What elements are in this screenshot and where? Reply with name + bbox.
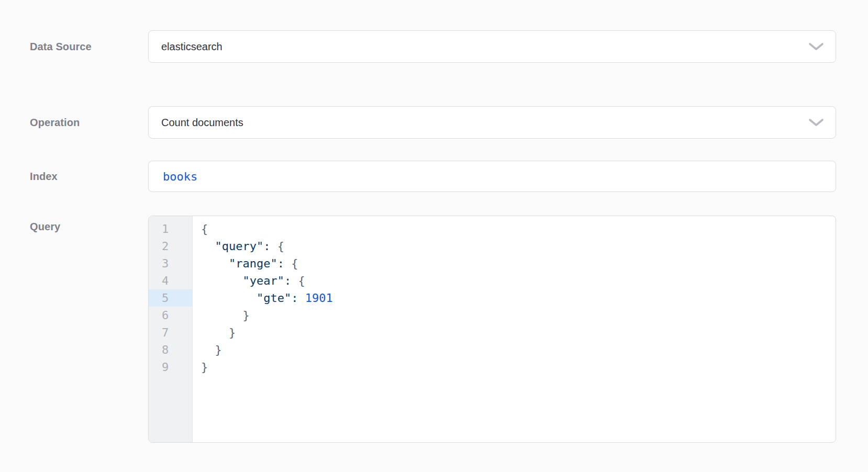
data-source-value: elasticsearch	[161, 41, 222, 53]
operation-row: Operation Count documents	[30, 106, 868, 139]
operation-select[interactable]: Count documents	[148, 106, 836, 139]
operation-label: Operation	[30, 117, 148, 129]
index-row: Index books	[30, 161, 868, 192]
line-number: 5	[149, 289, 192, 307]
code-line: "range": {	[201, 255, 836, 272]
code-line: "query": {	[201, 238, 836, 255]
line-number: 6	[149, 307, 192, 324]
data-source-row: Data Source elasticsearch	[30, 30, 868, 63]
line-number: 9	[149, 358, 192, 376]
line-number: 1	[149, 220, 192, 238]
line-number: 2	[149, 238, 192, 255]
code-line: }	[201, 324, 836, 341]
query-label: Query	[30, 216, 148, 233]
code-line: {	[201, 220, 836, 238]
code-line: "gte": 1901	[201, 289, 836, 307]
operation-value: Count documents	[161, 117, 243, 129]
chevron-down-icon	[808, 42, 824, 51]
data-source-select[interactable]: elasticsearch	[148, 30, 836, 63]
code-line: }	[201, 341, 836, 358]
index-label: Index	[30, 171, 148, 183]
query-form: Data Source elasticsearch Operation Coun…	[0, 0, 868, 443]
line-number: 3	[149, 255, 192, 272]
line-number: 7	[149, 324, 192, 341]
data-source-label: Data Source	[30, 41, 148, 53]
query-editor-gutter: 123456789	[149, 216, 193, 442]
query-row: Query 123456789 { "query": { "range": { …	[30, 216, 868, 443]
line-number: 4	[149, 272, 192, 289]
code-line: }	[201, 358, 836, 376]
index-value: books	[163, 170, 197, 183]
code-line: }	[201, 307, 836, 324]
query-editor-code[interactable]: { "query": { "range": { "year": { "gte":…	[193, 216, 836, 442]
code-line: "year": {	[201, 272, 836, 289]
line-number: 8	[149, 341, 192, 358]
query-editor[interactable]: 123456789 { "query": { "range": { "year"…	[148, 216, 836, 443]
chevron-down-icon	[808, 118, 824, 127]
index-input[interactable]: books	[148, 161, 836, 192]
